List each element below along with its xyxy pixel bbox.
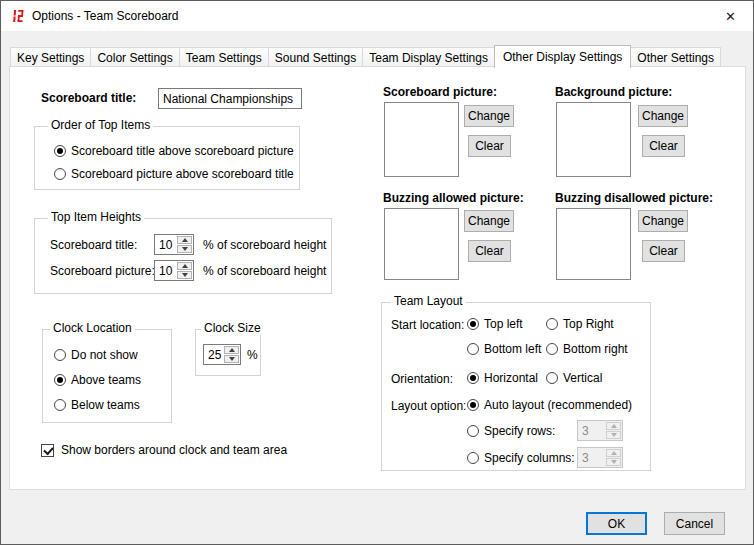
spinner-down-icon[interactable] — [177, 271, 192, 279]
spinner-down-icon[interactable] — [177, 245, 192, 253]
radio-indicator — [54, 145, 66, 157]
spinner-value[interactable]: 3 — [578, 421, 605, 440]
radio-indicator — [546, 318, 558, 330]
scoreboard-picture-label: Scoreboard picture: — [383, 85, 497, 99]
clock-size-spinner: 25 — [203, 344, 241, 365]
spinner-value[interactable]: 25 — [204, 345, 223, 364]
tab-team-settings[interactable]: Team Settings — [179, 47, 269, 67]
height-title-spinner: 10 — [154, 234, 194, 255]
buzzing-disallowed-clear-button[interactable]: Clear — [642, 240, 685, 262]
cancel-button[interactable]: Cancel — [664, 512, 725, 535]
radio-start-bottom-right[interactable]: Bottom right — [546, 342, 628, 356]
tab-color-settings[interactable]: Color Settings — [90, 47, 179, 67]
panel-background-picture: Background picture: Change Clear — [555, 85, 725, 180]
radio-title-above-picture[interactable]: Scoreboard title above scoreboard pictur… — [54, 144, 294, 158]
radio-indicator — [546, 343, 558, 355]
radio-auto-layout[interactable]: Auto layout (recommended) — [467, 398, 632, 412]
radio-specify-rows[interactable]: Specify rows: — [467, 424, 555, 438]
buzzing-disallowed-change-button[interactable]: Change — [638, 210, 688, 232]
spinner-value[interactable]: 10 — [155, 261, 176, 280]
spinner-up-icon[interactable] — [606, 422, 621, 430]
radio-indicator — [54, 349, 66, 361]
radio-label: Above teams — [71, 373, 141, 387]
tab-other-settings[interactable]: Other Settings — [630, 47, 721, 67]
radio-indicator — [467, 343, 479, 355]
radio-label: Do not show — [71, 348, 138, 362]
panel-buzzing-disallowed-picture: Buzzing disallowed picture: Change Clear — [555, 191, 725, 286]
radio-orientation-vertical[interactable]: Vertical — [546, 371, 602, 385]
background-picture-box — [556, 102, 631, 177]
close-icon: ✕ — [725, 9, 736, 24]
buzzing-allowed-picture-label: Buzzing allowed picture: — [383, 191, 524, 205]
spinner-up-icon[interactable] — [177, 262, 192, 270]
spinner-value[interactable]: 3 — [578, 448, 605, 467]
options-dialog: Options - Team Scoreboard ✕ Key Settings… — [0, 0, 754, 545]
spinner-up-icon[interactable] — [606, 449, 621, 457]
height-title-suffix: % of scoreboard height — [203, 238, 326, 252]
radio-start-bottom-left[interactable]: Bottom left — [467, 342, 541, 356]
radio-label: Top left — [484, 317, 523, 331]
group-top-item-heights — [34, 218, 332, 294]
panel-buzzing-allowed-picture: Buzzing allowed picture: Change Clear — [383, 191, 553, 286]
background-picture-label: Background picture: — [555, 85, 672, 99]
scoreboard-digits-app-icon — [10, 8, 26, 24]
height-picture-label: Scoreboard picture: — [50, 264, 155, 278]
buzzing-allowed-change-button[interactable]: Change — [464, 210, 514, 232]
buzzing-disallowed-picture-box — [556, 208, 631, 280]
spinner-up-icon[interactable] — [177, 236, 192, 244]
radio-label: Scoreboard title above scoreboard pictur… — [71, 144, 294, 158]
radio-start-top-left[interactable]: Top left — [467, 317, 523, 331]
layout-option-label: Layout option: — [391, 399, 466, 413]
orientation-label: Orientation: — [391, 372, 453, 386]
radio-clock-below-teams[interactable]: Below teams — [54, 398, 140, 412]
clock-size-suffix: % — [247, 348, 258, 362]
close-button[interactable]: ✕ — [708, 1, 753, 31]
radio-specify-columns[interactable]: Specify columns: — [467, 451, 575, 465]
background-picture-clear-button[interactable]: Clear — [642, 135, 685, 157]
radio-label: Specify columns: — [484, 451, 575, 465]
radio-label: Top Right — [563, 317, 614, 331]
window-title: Options - Team Scoreboard — [32, 1, 179, 31]
radio-start-top-right[interactable]: Top Right — [546, 317, 614, 331]
radio-indicator — [54, 374, 66, 386]
spinner-buttons — [605, 421, 622, 440]
buzzing-allowed-clear-button[interactable]: Clear — [468, 240, 511, 262]
spinner-buttons — [176, 235, 193, 254]
radio-indicator — [467, 318, 479, 330]
radio-label: Bottom left — [484, 342, 541, 356]
checkbox-indicator — [41, 444, 54, 457]
radio-picture-above-title[interactable]: Scoreboard picture above scoreboard titl… — [54, 167, 294, 181]
scoreboard-picture-change-button[interactable]: Change — [464, 105, 514, 127]
group-clock-location-title: Clock Location — [50, 322, 135, 335]
spinner-down-icon[interactable] — [606, 431, 621, 439]
ok-button[interactable]: OK — [586, 512, 647, 535]
radio-orientation-horizontal[interactable]: Horizontal — [467, 371, 538, 385]
radio-clock-above-teams[interactable]: Above teams — [54, 373, 141, 387]
tab-team-display-settings[interactable]: Team Display Settings — [362, 47, 495, 67]
checkbox-show-borders[interactable]: Show borders around clock and team area — [41, 443, 287, 457]
spinner-up-icon[interactable] — [224, 346, 239, 354]
specify-rows-spinner: 3 — [577, 420, 623, 441]
tab-other-display-settings[interactable]: Other Display Settings — [494, 45, 631, 68]
spinner-value[interactable]: 10 — [155, 235, 176, 254]
scoreboard-picture-clear-button[interactable]: Clear — [468, 135, 511, 157]
tab-sound-settings[interactable]: Sound Settings — [268, 47, 363, 67]
scoreboard-picture-box — [384, 102, 459, 177]
radio-label: Specify rows: — [484, 424, 555, 438]
group-clock-size-title: Clock Size — [201, 322, 264, 335]
background-picture-change-button[interactable]: Change — [638, 105, 688, 127]
panel-scoreboard-picture: Scoreboard picture: Change Clear — [383, 85, 553, 180]
radio-indicator — [467, 425, 479, 437]
start-location-label: Start location: — [391, 318, 464, 332]
tab-key-settings[interactable]: Key Settings — [10, 47, 91, 67]
specify-columns-spinner: 3 — [577, 447, 623, 468]
spinner-down-icon[interactable] — [606, 458, 621, 466]
group-team-layout-title: Team Layout — [391, 295, 466, 308]
radio-indicator — [467, 372, 479, 384]
radio-clock-do-not-show[interactable]: Do not show — [54, 348, 138, 362]
group-order-of-top-items-title: Order of Top Items — [48, 119, 153, 132]
spinner-down-icon[interactable] — [224, 355, 239, 363]
buzzing-disallowed-picture-label: Buzzing disallowed picture: — [555, 191, 713, 205]
scoreboard-title-input[interactable] — [158, 88, 302, 109]
radio-indicator — [467, 452, 479, 464]
